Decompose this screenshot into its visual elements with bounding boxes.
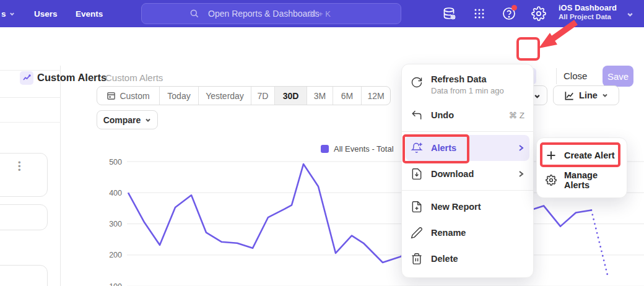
data-icon[interactable]	[442, 6, 457, 21]
chevron-down-icon	[602, 92, 608, 98]
date-range-yesterday[interactable]: Yesterday	[199, 87, 251, 105]
chevron-down-icon	[534, 93, 541, 100]
global-search-input[interactable]: Open Reports & Dashboards ⌘ + K	[141, 3, 401, 24]
date-range-label: Yesterday	[206, 91, 244, 101]
menu-item-label: New Report	[431, 202, 481, 212]
menu-item-label: Refresh Data	[431, 74, 504, 84]
date-range-6m[interactable]: 6M	[333, 87, 362, 105]
refresh-icon	[411, 76, 423, 89]
search-shortcut: ⌘ + K	[308, 9, 331, 19]
submenu-item-manage-alerts[interactable]: Manage Alerts	[537, 168, 627, 193]
menu-item-alerts[interactable]: Alerts	[406, 135, 529, 161]
alerts-submenu: Create Alert Manage Alerts	[536, 137, 627, 198]
chart-y-tick-label: 300	[109, 220, 122, 228]
save-button[interactable]: Save	[603, 66, 633, 87]
nav-item-users[interactable]: Users	[34, 0, 58, 27]
nav-item-events[interactable]: Events	[76, 0, 103, 27]
bell-plus-icon	[411, 142, 423, 154]
chart-y-tick-label: 200	[109, 251, 122, 259]
chevron-down-icon	[9, 11, 15, 17]
menu-item-undo[interactable]: Undo ⌘ Z	[402, 102, 533, 128]
chevron-right-icon	[517, 144, 524, 152]
close-button[interactable]: Close	[564, 71, 587, 81]
chart-y-tick-label: 100	[109, 282, 122, 286]
chart-y-tick-label: 400	[109, 189, 122, 197]
chevron-down-icon	[145, 117, 151, 123]
submenu-item-label: Manage Alerts	[564, 170, 618, 190]
menu-item-download[interactable]: Download	[402, 161, 533, 187]
submenu-item-label: Create Alert	[564, 150, 615, 160]
menu-item-delete[interactable]: Delete	[402, 246, 533, 272]
app-window: 500400300200100 All Events - Total ••• s…	[0, 0, 644, 286]
chart-line-projection	[591, 210, 608, 277]
header-divider	[556, 68, 557, 84]
menu-item-label: Alerts	[431, 143, 456, 153]
date-range-label: Today	[167, 91, 190, 101]
top-navbar: s Users Events Open Reports & Dashboards…	[0, 0, 644, 27]
search-icon	[189, 9, 199, 19]
chevron-down-icon	[627, 11, 633, 18]
report-chart-icon	[20, 71, 33, 85]
pencil-icon	[411, 227, 423, 239]
gear-icon	[546, 175, 557, 186]
date-range-label: 12M	[367, 91, 384, 101]
submenu-item-create-alert[interactable]: Create Alert	[537, 143, 627, 168]
date-range-12m[interactable]: 12M	[362, 87, 390, 105]
chart-type-label: Line	[579, 90, 598, 100]
apps-grid-icon[interactable]	[472, 6, 487, 21]
report-header: Custom Alerts Custom Alerts GV Duplicate…	[0, 27, 644, 66]
menu-item-label: Undo	[431, 110, 454, 120]
date-range-custom[interactable]: Custom	[97, 87, 160, 105]
chart-type-button[interactable]: Line	[553, 85, 619, 105]
date-range-label: 30D	[283, 91, 299, 101]
menu-item-rename[interactable]: Rename	[402, 220, 533, 246]
new-report-icon	[411, 201, 423, 213]
more-options-menu: Refresh Data Data from 1 min ago Undo ⌘ …	[401, 64, 534, 278]
menu-item-new-report[interactable]: New Report	[402, 194, 533, 220]
plus-icon	[546, 150, 557, 161]
notification-badge	[511, 5, 517, 11]
undo-icon	[411, 109, 423, 121]
legend-label: All Events - Total	[334, 144, 394, 154]
gear-icon[interactable]	[531, 6, 546, 21]
nav-item-events-label: Events	[76, 9, 103, 19]
date-range-label: Custom	[120, 91, 149, 101]
menu-item-shortcut: ⌘ Z	[509, 110, 525, 120]
nav-item-truncated[interactable]: s	[1, 0, 15, 27]
download-icon	[411, 168, 423, 180]
page-title: Custom Alerts	[37, 72, 107, 84]
date-range-label: 7D	[258, 91, 269, 101]
nav-item-truncated-label: s	[1, 9, 6, 19]
nav-item-users-label: Users	[34, 9, 58, 19]
menu-divider	[402, 131, 533, 132]
trash-icon	[411, 253, 423, 265]
date-range-control: Custom Today Yesterday 7D 30D 3M 6M 12M	[97, 86, 391, 105]
menu-item-refresh-data[interactable]: Refresh Data Data from 1 min ago	[402, 70, 533, 102]
date-range-today[interactable]: Today	[160, 87, 199, 105]
menu-item-subtitle: Data from 1 min ago	[431, 86, 504, 95]
breadcrumb: Custom Alerts	[105, 72, 163, 83]
chart-legend: All Events - Total	[321, 144, 394, 154]
menu-divider	[402, 190, 533, 191]
date-range-30d[interactable]: 30D	[275, 87, 307, 105]
legend-swatch	[321, 145, 329, 153]
date-range-label: 6M	[341, 91, 353, 101]
line-chart-icon	[564, 90, 575, 101]
compare-label: Compare	[103, 115, 141, 125]
compare-button[interactable]: Compare	[97, 110, 158, 129]
chevron-right-icon	[517, 170, 524, 178]
date-range-label: 3M	[314, 91, 326, 101]
date-range-3m[interactable]: 3M	[307, 87, 333, 105]
chart-y-tick-label: 500	[109, 158, 122, 167]
calendar-icon	[107, 91, 116, 100]
menu-item-label: Rename	[431, 228, 466, 238]
menu-item-label: Download	[431, 169, 474, 179]
date-range-7d[interactable]: 7D	[251, 87, 275, 105]
search-placeholder: Open Reports & Dashboards	[208, 9, 320, 19]
menu-item-label: Delete	[431, 254, 458, 264]
